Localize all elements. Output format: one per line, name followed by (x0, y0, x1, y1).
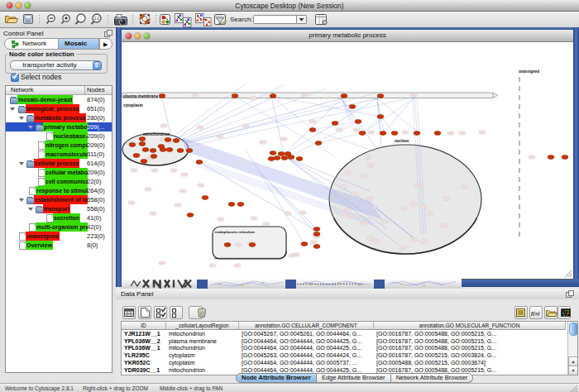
svg-text:1:1: 1:1 (94, 17, 100, 21)
svg-text:endoplasmic reticulum: endoplasmic reticulum (215, 230, 255, 234)
svg-text:unassigned: unassigned (519, 69, 539, 74)
svg-text:Search:: Search: (230, 16, 253, 23)
svg-text:mitochondrion: mitochondrion (143, 132, 170, 136)
svg-text:f(x): f(x) (531, 310, 540, 317)
svg-text:cytoplasm: cytoplasm (123, 103, 143, 108)
svg-text:nucleus: nucleus (395, 139, 409, 143)
svg-text:plasma membrane: plasma membrane (123, 94, 158, 98)
